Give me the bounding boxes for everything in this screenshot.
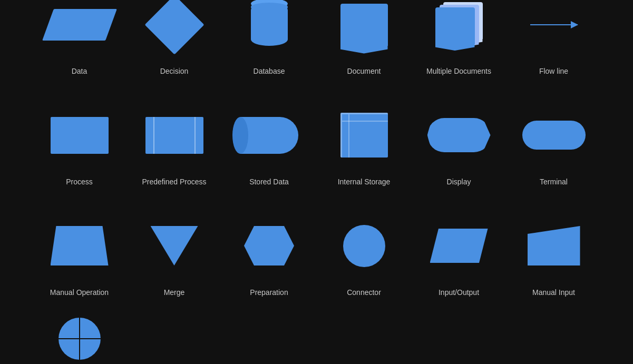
shape-connector	[327, 209, 401, 283]
predefined-shape	[145, 117, 203, 154]
shape-internal-storage	[327, 99, 401, 172]
label-terminal: Terminal	[540, 178, 568, 186]
merge-shape	[151, 226, 198, 265]
terminal-shape	[522, 121, 586, 150]
label-display: Display	[447, 178, 471, 186]
shape-manual-op	[43, 209, 116, 283]
cell-input-output: Input/Output	[412, 191, 507, 302]
cell-predefined: Predefined Process	[127, 81, 222, 191]
document-shape	[340, 4, 388, 46]
manual-input-shape	[528, 226, 580, 265]
shape-predefined	[138, 99, 211, 172]
label-stored-data: Stored Data	[249, 178, 289, 186]
shape-data	[43, 0, 116, 62]
cell-display: Display	[412, 81, 507, 191]
label-document: Document	[347, 67, 381, 75]
cell-manual-op: Manual Operation	[32, 191, 127, 302]
shape-flowline	[517, 0, 591, 62]
shape-document	[327, 0, 401, 62]
data-shape	[42, 9, 117, 41]
cell-data: Data	[32, 0, 127, 81]
shape-stored-data	[232, 99, 306, 172]
label-predefined: Predefined Process	[142, 178, 206, 186]
cell-stored-data: Stored Data	[222, 81, 317, 191]
database-shape	[251, 4, 288, 46]
input-output-shape	[430, 229, 488, 263]
shape-decision	[138, 0, 211, 62]
label-internal-storage: Internal Storage	[338, 178, 391, 186]
cell-connector: Connector	[317, 191, 412, 302]
flowline-shape	[530, 24, 578, 25]
cell-database: Database	[222, 0, 317, 81]
cell-flowline: Flow line	[507, 0, 601, 81]
display-shape	[427, 118, 491, 152]
shape-display	[422, 99, 496, 172]
preparation-shape	[244, 226, 294, 265]
cell-decision: Decision	[127, 0, 222, 81]
internal-storage-shape	[340, 113, 388, 158]
shape-database	[232, 0, 306, 62]
cell-merge: Merge	[127, 191, 222, 302]
or-shape	[59, 318, 101, 360]
label-process: Process	[66, 178, 93, 186]
cell-internal-storage: Internal Storage	[317, 81, 412, 191]
label-manual-input: Manual Input	[532, 288, 575, 297]
cell-terminal: Terminal	[507, 81, 601, 191]
process-shape	[51, 117, 109, 154]
label-merge: Merge	[164, 288, 185, 297]
decision-shape	[144, 0, 204, 54]
label-input-output: Input/Output	[439, 288, 479, 297]
cell-preparation: Preparation	[222, 191, 317, 302]
label-preparation: Preparation	[250, 288, 288, 297]
shape-merge	[138, 209, 211, 283]
shape-manual-input	[517, 209, 591, 283]
cell-process: Process	[32, 81, 127, 191]
label-database: Database	[254, 67, 285, 75]
label-manual-op: Manual Operation	[50, 288, 109, 297]
shape-process	[43, 99, 116, 172]
cell-document: Document	[317, 0, 412, 81]
cell-or: Or	[32, 302, 127, 365]
label-decision: Decision	[160, 67, 189, 75]
shape-preparation	[232, 209, 306, 283]
cell-manual-input: Manual Input	[507, 191, 601, 302]
label-flowline: Flow line	[539, 67, 568, 75]
flowchart-shapes-grid: Data Decision Database Document Multiple…	[32, 0, 601, 364]
connector-shape	[343, 225, 385, 267]
shape-input-output	[422, 209, 496, 283]
cell-multi-doc: Multiple Documents	[412, 0, 507, 81]
shape-or	[43, 302, 116, 365]
label-data: Data	[72, 67, 87, 75]
label-connector: Connector	[347, 288, 381, 297]
manual-op-shape	[51, 226, 109, 265]
label-multi-doc: Multiple Documents	[426, 67, 491, 75]
shape-terminal	[517, 99, 591, 172]
multi-doc-shape	[435, 2, 483, 47]
shape-multi-doc	[422, 0, 496, 62]
stored-data-shape	[240, 117, 298, 154]
